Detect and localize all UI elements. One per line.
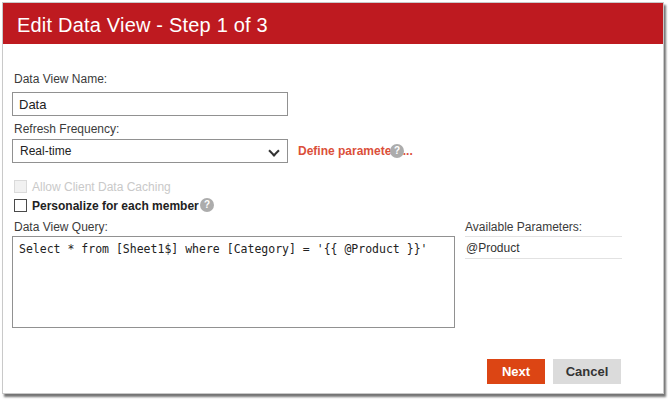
data-view-name-input[interactable] — [12, 92, 288, 116]
personalize-for-each-member-checkbox[interactable] — [14, 199, 27, 212]
personalize-help-icon[interactable]: ? — [200, 198, 214, 212]
refresh-frequency-label: Refresh Frequency: — [14, 122, 119, 136]
chevron-down-icon — [270, 147, 278, 155]
available-parameters-list: @Product — [465, 236, 622, 259]
dialog-header: Edit Data View - Step 1 of 3 — [3, 3, 663, 44]
data-view-query-input[interactable] — [12, 236, 455, 328]
dialog-frame — [2, 2, 664, 394]
data-view-query-label: Data View Query: — [14, 220, 108, 234]
allow-client-data-caching-label: Allow Client Data Caching — [32, 180, 171, 194]
dialog-title: Edit Data View - Step 1 of 3 — [17, 14, 268, 37]
data-view-name-label: Data View Name: — [14, 72, 107, 86]
personalize-for-each-member-label: Personalize for each member — [32, 199, 199, 213]
edit-data-view-dialog: Edit Data View - Step 1 of 3 Data View N… — [0, 0, 668, 402]
define-parameters-help-icon[interactable]: ? — [390, 144, 404, 158]
refresh-frequency-dropdown[interactable]: Real-time — [12, 139, 288, 163]
available-parameters-label: Available Parameters: — [465, 220, 582, 234]
cancel-button[interactable]: Cancel — [553, 359, 621, 384]
parameter-list-item[interactable]: @Product — [465, 237, 622, 259]
next-button[interactable]: Next — [487, 359, 545, 384]
refresh-frequency-value: Real-time — [20, 144, 71, 158]
allow-client-data-caching-checkbox — [14, 180, 27, 193]
